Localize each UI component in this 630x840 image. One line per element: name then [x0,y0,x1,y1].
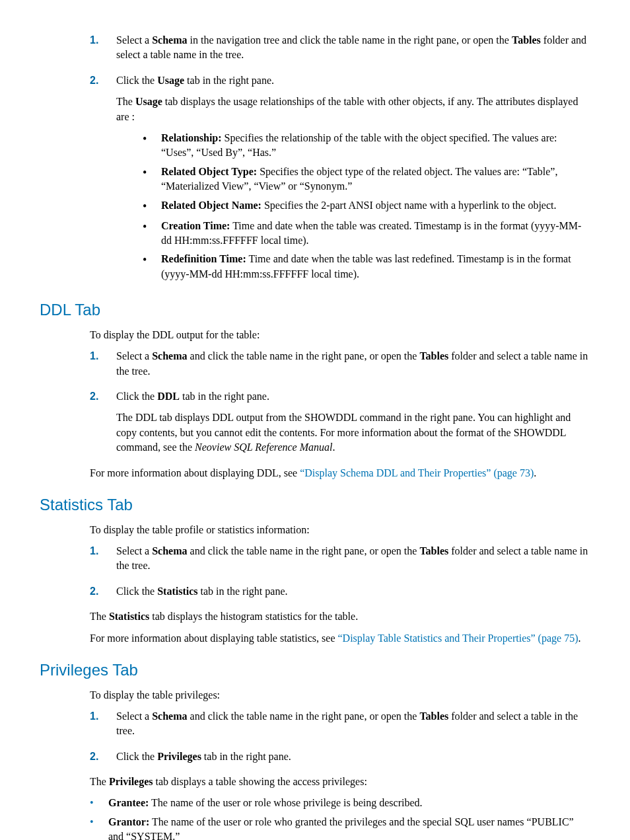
text: The [116,96,135,107]
list-item: • Relationship: Specifies the relationsh… [143,131,590,161]
text: . [578,632,580,644]
text: Click the [116,586,157,597]
step-1: 1. Select a Schema and click the table n… [90,349,590,385]
text: tab displays the usage relationships of … [116,96,578,122]
list-item: • Creation Time: Time and date when the … [143,219,590,248]
italic-manual: Neoview SQL Reference Manual [195,441,332,453]
stats-more-info: For more information about displaying ta… [90,631,590,646]
ordered-list-stats: 1. Select a Schema and click the table n… [90,544,590,605]
step-1: 1. Select a Schema and click the table n… [90,544,590,580]
ordered-list-priv: 1. Select a Schema and click the table n… [90,709,590,771]
bold-statistics: Statistics [109,611,149,622]
text: . [534,467,536,478]
list-item: • Related Object Type: Specifies the obj… [143,165,590,194]
bold-schema: Schema [152,350,187,362]
attr-label: Grantee: [108,797,149,808]
step-2: 2. Click the Statistics tab in the right… [90,584,590,605]
bold-ddl: DDL [157,391,180,402]
ordered-list-ddl: 1. Select a Schema and click the table n… [90,349,590,461]
text: The [90,776,109,787]
step-body: Select a Schema in the navigation tree a… [116,33,590,69]
bullet-icon: • [143,131,161,161]
bold-usage: Usage [157,75,184,86]
step-body: Click the Privileges tab in the right pa… [116,749,590,771]
text: For more information about displaying ta… [90,632,337,644]
usage-attribute-list: • Relationship: Specifies the relationsh… [116,131,590,282]
step-body: Click the DDL tab in the right pane. The… [116,389,590,462]
text: tab displays a table showing the access … [153,776,367,787]
bullet-icon: • [90,796,108,810]
text: Select a [116,710,152,722]
link-display-schema-ddl[interactable]: “Display Schema DDL and Their Properties… [300,467,534,478]
attr-text: The name of the user or role whose privi… [149,797,422,808]
ordered-list-usage: 1. Select a Schema in the navigation tre… [90,33,590,286]
text: Select a [116,34,152,46]
step-number: 2. [90,584,116,605]
text: Select a [116,545,152,556]
text: in the navigation tree and click the tab… [188,34,512,46]
text: For more information about displaying DD… [90,467,300,478]
bullet-icon: • [143,165,161,194]
attr-label: Creation Time: [161,220,230,231]
stats-intro: To display the table profile or statisti… [90,523,590,537]
bullet-icon: • [143,252,161,282]
heading-statistics-tab: Statistics Tab [40,494,590,516]
bullet-icon: • [143,219,161,248]
bold-privileges: Privileges [157,751,201,762]
step-number: 1. [90,709,116,745]
bold-tables: Tables [512,34,541,46]
bold-schema: Schema [152,710,187,722]
bold-tables: Tables [419,545,448,556]
text: tab in the right pane. [201,751,291,762]
attr-text: The name of the user or role who granted… [108,816,574,840]
text: Select a [116,350,152,362]
bold-schema: Schema [152,545,187,556]
ddl-intro: To display the DDL output for the table: [90,328,590,342]
text: The [90,611,109,622]
link-display-table-stats[interactable]: “Display Table Statistics and Their Prop… [337,632,578,644]
heading-privileges-tab: Privileges Tab [40,659,590,681]
ddl-more-info: For more information about displaying DD… [90,466,590,480]
step-number: 1. [90,349,116,385]
step-number: 1. [90,33,116,69]
priv-intro: To display the table privileges: [90,688,590,703]
bold-privileges: Privileges [109,776,153,787]
text: Click the [116,75,157,86]
attr-label: Related Object Name: [161,200,262,211]
privileges-attribute-list: • Grantee: The name of the user or role … [90,796,590,840]
text: tab in the right pane. [180,391,269,402]
step-1: 1. Select a Schema and click the table n… [90,709,590,745]
text: tab displays the histogram statistics fo… [149,611,358,622]
bold-tables: Tables [419,710,448,722]
text: and click the table name in the right pa… [188,710,420,722]
text: tab in the right pane. [184,75,274,86]
text: and click the table name in the right pa… [188,545,420,556]
bullet-icon: • [143,198,161,215]
step-body: Select a Schema and click the table name… [116,544,590,580]
attr-text: Specifies the 2-part ANSI object name wi… [262,200,557,211]
stats-desc: The Statistics tab displays the histogra… [90,609,590,624]
text: and click the table name in the right pa… [188,350,420,362]
text: Click the [116,751,157,762]
text: tab in the right pane. [198,586,288,597]
step-body: Click the Usage tab in the right pane. T… [116,73,590,286]
attr-label: Relationship: [161,132,222,143]
step-number: 2. [90,749,116,771]
bullet-icon: • [90,815,108,840]
step-2: 2. Click the DDL tab in the right pane. … [90,389,590,462]
step-2: 2. Click the Usage tab in the right pane… [90,73,590,286]
step-body: Select a Schema and click the table name… [116,349,590,385]
attr-label: Redefinition Time: [161,253,246,264]
step-number: 2. [90,73,116,286]
text: The DDL tab displays DDL output from the… [116,412,571,453]
list-item: • Grantor: The name of the user or role … [90,815,590,840]
heading-ddl-tab: DDL Tab [40,299,590,321]
bold-usage: Usage [135,96,162,107]
bold-schema: Schema [152,34,187,46]
step-2: 2. Click the Privileges tab in the right… [90,749,590,771]
bold-tables: Tables [419,350,448,362]
attr-label: Grantor: [108,816,149,827]
document-page: 1. Select a Schema in the navigation tre… [0,0,630,840]
list-item: • Related Object Name: Specifies the 2-p… [143,198,590,215]
priv-desc: The Privileges tab displays a table show… [90,775,590,789]
